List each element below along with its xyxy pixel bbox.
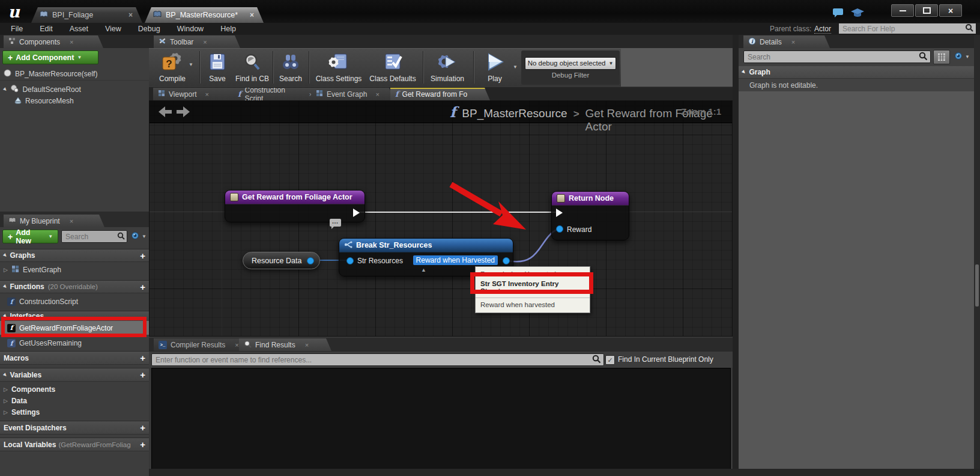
reward-when-harvested-output-pin[interactable] — [503, 257, 510, 264]
component-row-self[interactable]: BP_MasterResource(self) — [0, 67, 149, 81]
reward-input-pin[interactable] — [556, 225, 563, 233]
menu-edit[interactable]: Edit — [31, 25, 61, 33]
add-variable-button[interactable]: + — [140, 370, 145, 380]
blueprint-graph-canvas[interactable]: f BP_MasterResource > Get Reward from Fo… — [149, 100, 733, 337]
var-group-data[interactable]: ▷ Data — [0, 395, 149, 406]
row-construction-script[interactable]: f ConstructionScript — [0, 296, 149, 308]
menu-view[interactable]: View — [97, 25, 130, 33]
tutorial-graduation-cap-icon[interactable] — [850, 7, 865, 19]
close-icon[interactable]: × — [129, 11, 133, 19]
close-icon[interactable]: × — [235, 341, 238, 349]
var-group-components[interactable]: ▷ Components — [0, 384, 149, 395]
expander-icon[interactable]: ▷ — [4, 267, 8, 273]
close-icon[interactable]: × — [791, 38, 795, 46]
collapse-arrow-icon[interactable]: ▲ — [421, 267, 426, 273]
node-comment-bubble-icon[interactable]: ••• — [330, 219, 341, 227]
exec-input-pin[interactable] — [556, 209, 563, 217]
exec-output-pin[interactable] — [353, 209, 360, 217]
node-return[interactable]: Return Node Reward — [551, 191, 629, 240]
minimize-button[interactable] — [891, 4, 914, 17]
expander-icon[interactable]: ▷ — [4, 398, 8, 404]
resource-data-output-pin[interactable] — [307, 257, 314, 264]
class-defaults-button[interactable]: Class Defaults — [366, 50, 419, 85]
doc-tab-bpi-foliage[interactable]: BPI_Foliage × — [31, 7, 142, 23]
menu-debug[interactable]: Debug — [130, 25, 169, 33]
class-settings-button[interactable]: Class Settings — [312, 50, 365, 85]
play-button[interactable]: Play — [478, 50, 512, 85]
my-blueprint-search-input[interactable] — [62, 233, 117, 241]
save-button[interactable]: Save — [202, 50, 233, 85]
find-in-current-blueprint-checkbox[interactable]: ✓ — [605, 355, 615, 365]
help-search-input[interactable] — [839, 25, 965, 33]
expander-icon[interactable]: ▷ — [4, 409, 8, 415]
add-macro-button[interactable]: + — [140, 353, 145, 363]
node-get-reward-entry[interactable]: Get Reward from Foliage Actor — [225, 190, 365, 222]
add-local-variable-button[interactable]: + — [140, 439, 145, 450]
tab-viewport[interactable]: Viewport × — [153, 88, 240, 100]
tab-find-results[interactable]: Find Results × — [239, 338, 331, 351]
section-graphs[interactable]: ▶ Graphs + — [0, 249, 149, 262]
tab-compiler-results[interactable]: >_ Compiler Results × — [154, 338, 246, 351]
compile-button[interactable]: ? Compile — [151, 50, 193, 85]
doc-tab-bp-masterresource[interactable]: BP_MasterResource* × — [145, 7, 264, 23]
tab-details[interactable]: i Details × — [743, 35, 830, 48]
add-new-button[interactable]: + Add New ▼ — [2, 230, 58, 243]
close-icon[interactable]: × — [70, 218, 73, 225]
find-in-cb-button[interactable]: Find in CB — [234, 50, 271, 85]
add-component-button[interactable]: + Add Component ▼ — [2, 50, 98, 64]
details-search-input[interactable] — [744, 53, 919, 61]
back-arrow-icon[interactable] — [158, 105, 172, 118]
close-icon[interactable]: × — [375, 91, 379, 98]
close-window-button[interactable]: × — [939, 4, 962, 17]
forward-arrow-icon[interactable] — [176, 105, 190, 118]
str-resources-input-pin[interactable] — [346, 257, 354, 264]
caret-down-icon[interactable]: ▼ — [513, 64, 518, 70]
add-event-dispatcher-button[interactable]: + — [140, 423, 145, 433]
details-scrollbar[interactable] — [974, 35, 980, 476]
simulation-button[interactable]: Simulation — [426, 50, 468, 85]
section-functions[interactable]: ▶ Functions (20 Overridable) + — [0, 280, 149, 293]
caret-down-icon[interactable]: ▼ — [189, 62, 193, 67]
debug-object-dropdown[interactable]: No debug object selected ▼ — [525, 57, 616, 70]
search-button[interactable]: Search — [275, 50, 306, 85]
details-section-graph[interactable]: ▶ Graph — [739, 66, 974, 79]
breadcrumb-root[interactable]: BP_MasterResource — [462, 107, 567, 120]
menu-help[interactable]: Help — [212, 25, 244, 33]
close-icon[interactable]: × — [70, 38, 73, 46]
property-matrix-button[interactable] — [933, 50, 950, 64]
menu-file[interactable]: File — [0, 25, 31, 33]
tab-get-reward-function[interactable]: f Get Reward from Fo — [390, 88, 490, 100]
add-function-button[interactable]: + — [140, 282, 145, 292]
row-event-graph[interactable]: ▷ EventGraph — [0, 264, 149, 276]
section-variables[interactable]: ▶ Variables + — [0, 368, 149, 382]
component-row-resource-mesh[interactable]: ResourceMesh — [0, 96, 149, 106]
tab-toolbar[interactable]: Toolbar × — [154, 35, 240, 48]
expander-icon[interactable]: ▶ — [2, 87, 8, 92]
node-resource-data[interactable]: Resource Data — [243, 252, 320, 269]
close-icon[interactable]: × — [203, 38, 207, 46]
add-graph-button[interactable]: + — [140, 251, 145, 261]
close-icon[interactable]: × — [305, 341, 309, 349]
parent-class-link[interactable]: Actor — [814, 25, 831, 34]
component-row-scene-root[interactable]: ▶ DefaultSceneRoot — [0, 84, 149, 95]
close-icon[interactable]: × — [205, 91, 208, 98]
menu-window[interactable]: Window — [169, 25, 212, 33]
tab-components[interactable]: Components × — [4, 35, 103, 48]
section-macros[interactable]: Macros + — [0, 351, 149, 365]
feedback-bubble-icon[interactable] — [832, 7, 846, 19]
details-view-options-button[interactable]: ▼ — [954, 52, 970, 61]
row-get-uses-remaining[interactable]: f GetUsesRemaining — [0, 337, 149, 349]
close-icon[interactable]: × — [250, 11, 254, 19]
tab-construction-script[interactable]: f Construction Script × — [233, 88, 318, 100]
find-results-list[interactable] — [151, 368, 731, 469]
find-references-input[interactable] — [152, 356, 592, 364]
panel-splitter[interactable] — [733, 35, 739, 476]
tab-my-blueprint[interactable]: My Blueprint × — [4, 215, 104, 227]
section-local-variables[interactable]: Local Variables (GetRewardFromFoliag + — [0, 438, 149, 451]
tab-event-graph[interactable]: Event Graph × — [311, 88, 395, 100]
menu-asset[interactable]: Asset — [61, 25, 97, 33]
expander-icon[interactable]: ▷ — [4, 386, 8, 392]
visibility-filter-button[interactable]: ▼ — [130, 232, 147, 241]
scrollbar-thumb[interactable] — [975, 264, 979, 307]
section-event-dispatchers[interactable]: Event Dispatchers + — [0, 421, 149, 435]
